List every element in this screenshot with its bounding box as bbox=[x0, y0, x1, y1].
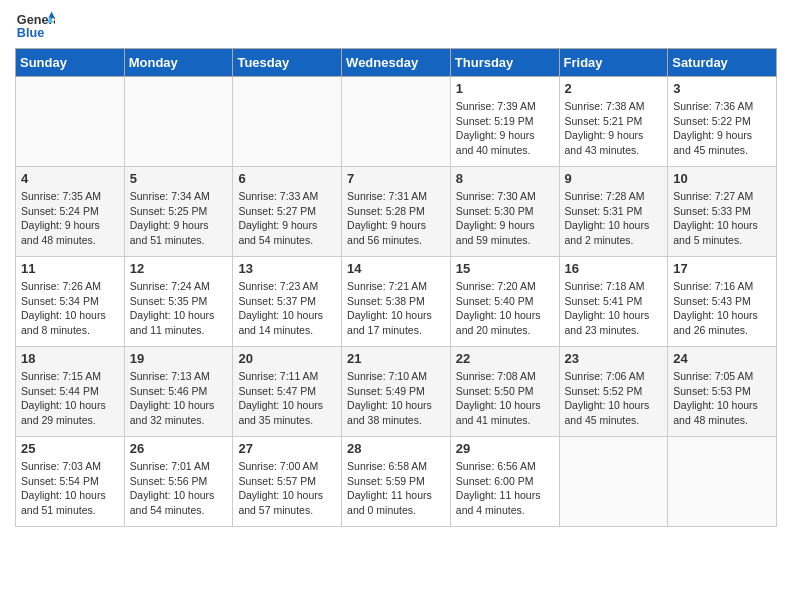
calendar-cell: 28Sunrise: 6:58 AM Sunset: 5:59 PM Dayli… bbox=[342, 437, 451, 527]
calendar-cell: 20Sunrise: 7:11 AM Sunset: 5:47 PM Dayli… bbox=[233, 347, 342, 437]
day-info: Sunrise: 7:34 AM Sunset: 5:25 PM Dayligh… bbox=[130, 189, 228, 248]
calendar-cell: 13Sunrise: 7:23 AM Sunset: 5:37 PM Dayli… bbox=[233, 257, 342, 347]
day-info: Sunrise: 7:10 AM Sunset: 5:49 PM Dayligh… bbox=[347, 369, 445, 428]
day-info: Sunrise: 7:26 AM Sunset: 5:34 PM Dayligh… bbox=[21, 279, 119, 338]
day-info: Sunrise: 7:21 AM Sunset: 5:38 PM Dayligh… bbox=[347, 279, 445, 338]
day-number: 28 bbox=[347, 441, 445, 456]
weekday-header-wednesday: Wednesday bbox=[342, 49, 451, 77]
calendar-cell: 1Sunrise: 7:39 AM Sunset: 5:19 PM Daylig… bbox=[450, 77, 559, 167]
weekday-header-friday: Friday bbox=[559, 49, 668, 77]
day-info: Sunrise: 7:11 AM Sunset: 5:47 PM Dayligh… bbox=[238, 369, 336, 428]
day-number: 18 bbox=[21, 351, 119, 366]
calendar-week-row: 4Sunrise: 7:35 AM Sunset: 5:24 PM Daylig… bbox=[16, 167, 777, 257]
calendar-cell bbox=[559, 437, 668, 527]
day-number: 5 bbox=[130, 171, 228, 186]
svg-text:Blue: Blue bbox=[17, 26, 44, 40]
day-number: 12 bbox=[130, 261, 228, 276]
day-info: Sunrise: 7:36 AM Sunset: 5:22 PM Dayligh… bbox=[673, 99, 771, 158]
day-info: Sunrise: 7:18 AM Sunset: 5:41 PM Dayligh… bbox=[565, 279, 663, 338]
day-info: Sunrise: 7:30 AM Sunset: 5:30 PM Dayligh… bbox=[456, 189, 554, 248]
day-info: Sunrise: 7:01 AM Sunset: 5:56 PM Dayligh… bbox=[130, 459, 228, 518]
calendar-cell: 11Sunrise: 7:26 AM Sunset: 5:34 PM Dayli… bbox=[16, 257, 125, 347]
day-info: Sunrise: 7:16 AM Sunset: 5:43 PM Dayligh… bbox=[673, 279, 771, 338]
calendar-cell: 22Sunrise: 7:08 AM Sunset: 5:50 PM Dayli… bbox=[450, 347, 559, 437]
calendar-cell: 9Sunrise: 7:28 AM Sunset: 5:31 PM Daylig… bbox=[559, 167, 668, 257]
day-number: 22 bbox=[456, 351, 554, 366]
calendar-cell: 5Sunrise: 7:34 AM Sunset: 5:25 PM Daylig… bbox=[124, 167, 233, 257]
calendar-cell bbox=[668, 437, 777, 527]
calendar-cell: 8Sunrise: 7:30 AM Sunset: 5:30 PM Daylig… bbox=[450, 167, 559, 257]
day-info: Sunrise: 7:20 AM Sunset: 5:40 PM Dayligh… bbox=[456, 279, 554, 338]
day-number: 15 bbox=[456, 261, 554, 276]
day-info: Sunrise: 7:23 AM Sunset: 5:37 PM Dayligh… bbox=[238, 279, 336, 338]
day-number: 27 bbox=[238, 441, 336, 456]
day-info: Sunrise: 7:03 AM Sunset: 5:54 PM Dayligh… bbox=[21, 459, 119, 518]
day-number: 26 bbox=[130, 441, 228, 456]
calendar-week-row: 25Sunrise: 7:03 AM Sunset: 5:54 PM Dayli… bbox=[16, 437, 777, 527]
calendar-cell bbox=[124, 77, 233, 167]
day-number: 10 bbox=[673, 171, 771, 186]
day-info: Sunrise: 7:00 AM Sunset: 5:57 PM Dayligh… bbox=[238, 459, 336, 518]
calendar-cell: 2Sunrise: 7:38 AM Sunset: 5:21 PM Daylig… bbox=[559, 77, 668, 167]
day-info: Sunrise: 7:33 AM Sunset: 5:27 PM Dayligh… bbox=[238, 189, 336, 248]
day-number: 25 bbox=[21, 441, 119, 456]
calendar-cell: 18Sunrise: 7:15 AM Sunset: 5:44 PM Dayli… bbox=[16, 347, 125, 437]
day-number: 21 bbox=[347, 351, 445, 366]
calendar-body: 1Sunrise: 7:39 AM Sunset: 5:19 PM Daylig… bbox=[16, 77, 777, 527]
day-number: 20 bbox=[238, 351, 336, 366]
day-info: Sunrise: 7:24 AM Sunset: 5:35 PM Dayligh… bbox=[130, 279, 228, 338]
day-info: Sunrise: 7:06 AM Sunset: 5:52 PM Dayligh… bbox=[565, 369, 663, 428]
calendar-cell: 10Sunrise: 7:27 AM Sunset: 5:33 PM Dayli… bbox=[668, 167, 777, 257]
logo: General Blue bbox=[15, 10, 55, 40]
calendar-cell: 27Sunrise: 7:00 AM Sunset: 5:57 PM Dayli… bbox=[233, 437, 342, 527]
day-number: 7 bbox=[347, 171, 445, 186]
day-number: 3 bbox=[673, 81, 771, 96]
calendar-week-row: 11Sunrise: 7:26 AM Sunset: 5:34 PM Dayli… bbox=[16, 257, 777, 347]
calendar-cell: 15Sunrise: 7:20 AM Sunset: 5:40 PM Dayli… bbox=[450, 257, 559, 347]
day-number: 2 bbox=[565, 81, 663, 96]
day-info: Sunrise: 7:28 AM Sunset: 5:31 PM Dayligh… bbox=[565, 189, 663, 248]
day-info: Sunrise: 7:38 AM Sunset: 5:21 PM Dayligh… bbox=[565, 99, 663, 158]
calendar-cell: 3Sunrise: 7:36 AM Sunset: 5:22 PM Daylig… bbox=[668, 77, 777, 167]
calendar-cell: 12Sunrise: 7:24 AM Sunset: 5:35 PM Dayli… bbox=[124, 257, 233, 347]
day-number: 23 bbox=[565, 351, 663, 366]
calendar-cell: 21Sunrise: 7:10 AM Sunset: 5:49 PM Dayli… bbox=[342, 347, 451, 437]
day-number: 17 bbox=[673, 261, 771, 276]
day-number: 1 bbox=[456, 81, 554, 96]
day-number: 13 bbox=[238, 261, 336, 276]
calendar-cell bbox=[16, 77, 125, 167]
day-number: 6 bbox=[238, 171, 336, 186]
calendar-cell: 24Sunrise: 7:05 AM Sunset: 5:53 PM Dayli… bbox=[668, 347, 777, 437]
day-number: 19 bbox=[130, 351, 228, 366]
calendar-cell: 26Sunrise: 7:01 AM Sunset: 5:56 PM Dayli… bbox=[124, 437, 233, 527]
calendar-cell: 6Sunrise: 7:33 AM Sunset: 5:27 PM Daylig… bbox=[233, 167, 342, 257]
day-number: 8 bbox=[456, 171, 554, 186]
day-info: Sunrise: 6:58 AM Sunset: 5:59 PM Dayligh… bbox=[347, 459, 445, 518]
day-info: Sunrise: 7:05 AM Sunset: 5:53 PM Dayligh… bbox=[673, 369, 771, 428]
calendar-cell: 23Sunrise: 7:06 AM Sunset: 5:52 PM Dayli… bbox=[559, 347, 668, 437]
calendar-cell: 29Sunrise: 6:56 AM Sunset: 6:00 PM Dayli… bbox=[450, 437, 559, 527]
day-number: 14 bbox=[347, 261, 445, 276]
day-info: Sunrise: 7:35 AM Sunset: 5:24 PM Dayligh… bbox=[21, 189, 119, 248]
calendar-cell: 14Sunrise: 7:21 AM Sunset: 5:38 PM Dayli… bbox=[342, 257, 451, 347]
calendar-cell: 25Sunrise: 7:03 AM Sunset: 5:54 PM Dayli… bbox=[16, 437, 125, 527]
calendar-cell: 17Sunrise: 7:16 AM Sunset: 5:43 PM Dayli… bbox=[668, 257, 777, 347]
weekday-header-row: SundayMondayTuesdayWednesdayThursdayFrid… bbox=[16, 49, 777, 77]
day-info: Sunrise: 7:39 AM Sunset: 5:19 PM Dayligh… bbox=[456, 99, 554, 158]
day-info: Sunrise: 6:56 AM Sunset: 6:00 PM Dayligh… bbox=[456, 459, 554, 518]
weekday-header-saturday: Saturday bbox=[668, 49, 777, 77]
day-info: Sunrise: 7:08 AM Sunset: 5:50 PM Dayligh… bbox=[456, 369, 554, 428]
day-info: Sunrise: 7:13 AM Sunset: 5:46 PM Dayligh… bbox=[130, 369, 228, 428]
day-number: 11 bbox=[21, 261, 119, 276]
weekday-header-sunday: Sunday bbox=[16, 49, 125, 77]
calendar-cell: 7Sunrise: 7:31 AM Sunset: 5:28 PM Daylig… bbox=[342, 167, 451, 257]
calendar-cell: 16Sunrise: 7:18 AM Sunset: 5:41 PM Dayli… bbox=[559, 257, 668, 347]
day-number: 16 bbox=[565, 261, 663, 276]
calendar-cell bbox=[233, 77, 342, 167]
weekday-header-monday: Monday bbox=[124, 49, 233, 77]
calendar-cell bbox=[342, 77, 451, 167]
weekday-header-tuesday: Tuesday bbox=[233, 49, 342, 77]
day-info: Sunrise: 7:27 AM Sunset: 5:33 PM Dayligh… bbox=[673, 189, 771, 248]
calendar-week-row: 18Sunrise: 7:15 AM Sunset: 5:44 PM Dayli… bbox=[16, 347, 777, 437]
weekday-header-thursday: Thursday bbox=[450, 49, 559, 77]
